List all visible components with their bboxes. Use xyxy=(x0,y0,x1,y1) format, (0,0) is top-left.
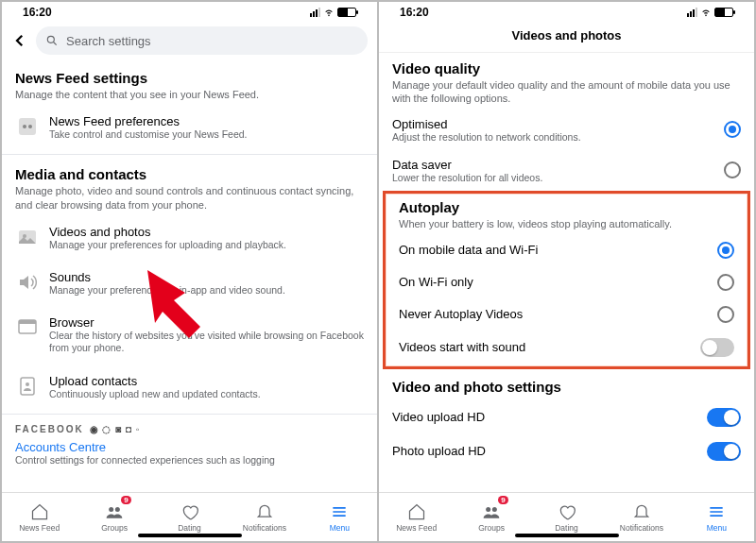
status-icons xyxy=(310,8,356,17)
photo-icon xyxy=(15,225,40,249)
tab-label: News Feed xyxy=(396,523,437,533)
section-desc: Manage photo, video and sound controls a… xyxy=(15,184,364,212)
option-photo-upload-hd[interactable]: Photo upload HD xyxy=(379,434,754,468)
tab-label: Dating xyxy=(555,523,578,533)
settings-scroll[interactable]: News Feed settings Manage the content th… xyxy=(2,62,377,541)
row-desc: Manage your preferences for in-app and v… xyxy=(49,284,364,297)
battery-icon xyxy=(337,8,356,17)
radio-selected-icon[interactable] xyxy=(717,242,734,259)
phone-right: 16:20 Videos and photos Video quality Ma… xyxy=(378,1,755,542)
speaker-icon xyxy=(15,270,40,295)
option-label: Data saver xyxy=(392,158,714,172)
svg-rect-7 xyxy=(19,320,36,324)
option-autoplay-mobile-wifi[interactable]: On mobile data and Wi-Fi xyxy=(386,234,747,266)
option-autoplay-wifi-only[interactable]: On Wi-Fi only xyxy=(386,266,747,298)
option-label: Never Autoplay Videos xyxy=(399,307,708,321)
section-desc: When your battery is low, videos stop pl… xyxy=(399,217,734,230)
row-sounds[interactable]: Sounds Manage your preferences for in-ap… xyxy=(2,261,377,306)
page-header: Videos and photos xyxy=(379,23,754,53)
badge-count: 9 xyxy=(121,496,130,504)
search-header: Search settings xyxy=(2,23,377,62)
section-title: News Feed settings xyxy=(15,70,364,86)
radio-icon[interactable] xyxy=(717,274,734,291)
option-video-upload-hd[interactable]: Video upload HD xyxy=(379,400,754,434)
row-videos-photos[interactable]: Videos and photos Manage your preference… xyxy=(2,215,377,261)
svg-point-2 xyxy=(23,125,26,128)
row-title: News Feed preferences xyxy=(49,114,364,128)
radio-selected-icon[interactable] xyxy=(724,121,741,138)
svg-point-3 xyxy=(28,125,32,128)
page-title: Videos and photos xyxy=(379,28,754,42)
section-autoplay: Autoplay When your battery is low, video… xyxy=(386,194,747,234)
battery-icon xyxy=(714,8,733,17)
row-newsfeed-prefs[interactable]: News Feed preferences Take control and c… xyxy=(2,105,377,150)
radio-icon[interactable] xyxy=(717,306,734,323)
option-optimised[interactable]: Optimised Adjust the resolution to netwo… xyxy=(379,110,754,150)
facebook-app-icons: ◉ ◌ ◙ ◘ ◦ xyxy=(90,424,141,434)
section-newsfeed: News Feed settings Manage the content th… xyxy=(2,62,377,105)
search-input[interactable]: Search settings xyxy=(36,26,368,55)
row-accounts-centre[interactable]: Accounts Centre Control settings for con… xyxy=(2,436,377,466)
option-data-saver[interactable]: Data saver Lower the resolution for all … xyxy=(379,150,754,191)
option-autoplay-never[interactable]: Never Autoplay Videos xyxy=(386,298,747,331)
facebook-logo: FACEBOOK ◉ ◌ ◙ ◘ ◦ xyxy=(2,418,377,436)
divider xyxy=(2,154,377,155)
radio-icon[interactable] xyxy=(724,161,741,178)
row-title: Accounts Centre xyxy=(15,440,364,454)
back-icon[interactable] xyxy=(11,32,28,49)
divider xyxy=(2,414,377,415)
row-title: Upload contacts xyxy=(49,374,364,388)
tab-label: Notifications xyxy=(243,523,286,533)
tab-newsfeed[interactable]: News Feed xyxy=(379,493,454,541)
browser-icon xyxy=(15,315,40,340)
home-indicator xyxy=(138,534,242,537)
section-video-photo-settings: Video and photo settings xyxy=(379,369,754,400)
row-desc: Manage your preferences for uploading an… xyxy=(49,239,364,251)
row-desc: Control settings for connected experienc… xyxy=(15,454,364,466)
tab-menu[interactable]: Menu xyxy=(302,493,377,541)
status-bar: 16:20 xyxy=(2,2,377,23)
row-title: Browser xyxy=(49,315,364,330)
toggle-on-icon[interactable] xyxy=(707,408,741,427)
signal-icon xyxy=(687,8,697,17)
row-upload-contacts[interactable]: Upload contacts Continuously upload new … xyxy=(2,365,377,410)
signal-icon xyxy=(310,8,320,17)
preferences-icon xyxy=(15,114,40,139)
toggle-on-icon[interactable] xyxy=(707,442,741,461)
status-bar: 16:20 xyxy=(379,2,754,23)
search-placeholder: Search settings xyxy=(66,34,151,48)
section-title: Video quality xyxy=(392,60,741,76)
svg-point-14 xyxy=(492,507,497,512)
tab-label: Dating xyxy=(178,523,201,533)
row-browser[interactable]: Browser Clear the history of websites yo… xyxy=(2,306,377,364)
option-start-with-sound[interactable]: Videos start with sound xyxy=(386,331,747,365)
row-title: Videos and photos xyxy=(49,225,364,239)
toggle-off-icon[interactable] xyxy=(700,338,734,357)
tab-label: Menu xyxy=(707,523,727,533)
option-label: Optimised xyxy=(392,117,714,131)
settings-scroll[interactable]: Video quality Manage your default video … xyxy=(379,53,754,541)
tab-newsfeed[interactable]: News Feed xyxy=(2,493,77,541)
section-video-quality: Video quality Manage your default video … xyxy=(379,53,754,110)
svg-point-9 xyxy=(26,382,29,386)
tab-menu[interactable]: Menu xyxy=(679,493,754,541)
row-desc: Clear the history of websites you've vis… xyxy=(49,330,364,354)
svg-point-11 xyxy=(109,507,113,512)
status-icons xyxy=(687,8,733,17)
section-desc: Manage your default video quality and th… xyxy=(392,78,741,106)
row-desc: Continuously upload new and updated cont… xyxy=(49,388,364,400)
home-indicator xyxy=(515,534,619,537)
facebook-wordmark: FACEBOOK xyxy=(15,424,84,434)
option-label: On Wi-Fi only xyxy=(399,275,708,289)
option-label: Video upload HD xyxy=(392,410,697,424)
option-label: Photo upload HD xyxy=(392,444,697,458)
section-title: Media and contacts xyxy=(15,166,364,182)
phone-left: 16:20 Search settings News Feed settings… xyxy=(1,1,378,542)
wifi-icon xyxy=(323,8,335,17)
svg-point-5 xyxy=(23,234,26,238)
svg-point-13 xyxy=(486,507,490,512)
section-title: Autoplay xyxy=(399,199,734,215)
contacts-icon xyxy=(15,374,40,399)
section-title: Video and photo settings xyxy=(392,379,741,395)
svg-point-12 xyxy=(115,507,120,512)
